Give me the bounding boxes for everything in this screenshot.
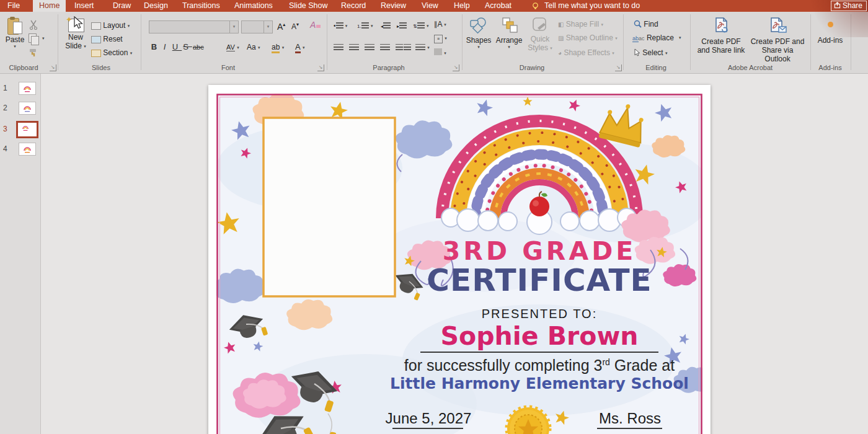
certificate-body-text[interactable]: for successfully completing 3rd Grade at — [353, 356, 725, 374]
clipboard-launcher[interactable]: ↘ — [50, 64, 56, 71]
add-ins-group-label: Add-ins — [793, 64, 867, 72]
pdf-outlook-icon — [768, 17, 787, 35]
font-launcher[interactable]: ↘ — [317, 64, 324, 71]
tab-review[interactable]: Review — [374, 0, 412, 12]
quick-styles-label2: Styles ▾ — [526, 43, 554, 52]
increase-indent-button[interactable]: ▸ — [397, 20, 407, 30]
columns-button[interactable] — [396, 42, 411, 52]
tab-help[interactable]: Help — [448, 0, 476, 12]
section-button[interactable]: Section ▾ — [91, 48, 132, 58]
bullets-button[interactable]: • ▾ — [334, 20, 347, 30]
slide-thumbnail-4[interactable] — [19, 143, 36, 156]
text-direction-button[interactable]: ∥A ▾ — [434, 19, 446, 29]
slide-thumbnail-3-selected[interactable] — [16, 121, 38, 138]
slide-thumbnail-panel: 1 2 3 4 — [0, 74, 41, 434]
school-name-text[interactable]: Little Harmony Elementary School — [353, 374, 725, 392]
slide-page[interactable]: 3RD GRADE CERTIFICATE PRESENTED TO: Soph… — [208, 85, 711, 434]
create-pdf-share-link-label1: Create PDF — [694, 37, 748, 46]
add-ins-icon — [828, 22, 833, 27]
add-remove-columns-button[interactable]: ▾ — [415, 42, 430, 52]
align-center-button[interactable] — [349, 42, 359, 52]
shape-outline-button[interactable]: ▨ Shape Outline ▾ — [558, 33, 618, 43]
replace-dropdown[interactable]: ▾ — [679, 35, 681, 40]
justify-button[interactable] — [380, 42, 390, 52]
italic-button[interactable]: I — [161, 42, 172, 52]
tab-acrobat[interactable]: Acrobat — [479, 0, 518, 12]
teacher-name-text[interactable]: Ms. Ross — [580, 410, 680, 427]
find-icon — [634, 20, 642, 28]
quick-styles-button[interactable]: Quick Styles ▾ — [526, 17, 554, 52]
certificate-title-line2[interactable]: CERTIFICATE — [394, 262, 685, 298]
paste-icon — [7, 17, 22, 35]
ribbon: Paste ▾ ▾ Clipboard ↘ ✦ New Slide ▾ — [0, 12, 868, 74]
tab-design[interactable]: Design — [138, 0, 174, 12]
underline-button[interactable]: U — [172, 42, 182, 52]
text-highlight-button[interactable]: ab ▾ — [272, 42, 284, 52]
char-spacing-button[interactable]: AV ▾ — [226, 42, 239, 52]
tab-draw[interactable]: Draw — [107, 0, 137, 12]
bold-button[interactable]: B — [151, 42, 161, 52]
shapes-button[interactable]: Shapes ▾ — [465, 17, 492, 50]
line-spacing-button[interactable]: ⇅ ▾ — [413, 20, 429, 30]
font-color-button[interactable]: A ▾ — [295, 42, 305, 52]
change-case-button[interactable]: Aa ▾ — [247, 42, 260, 52]
shrink-font-button[interactable]: A▾ — [291, 20, 299, 30]
tab-slide-show[interactable]: Slide Show — [283, 0, 334, 12]
create-pdf-share-link-button[interactable]: Create PDF and Share link — [694, 17, 748, 55]
shape-effects-button[interactable]: ◕ Shape Effects ▾ — [558, 48, 614, 58]
date-text[interactable]: June 5, 2027 — [379, 410, 478, 427]
align-text-button[interactable]: ≡ ▾ — [434, 33, 447, 43]
arrange-icon — [500, 17, 518, 34]
font-name-combo[interactable]: ▾ — [149, 20, 239, 33]
tab-home[interactable]: Home — [33, 0, 66, 12]
smartart-convert-button[interactable]: ▾ — [434, 48, 446, 58]
decrease-indent-button[interactable]: ◂ — [381, 20, 391, 30]
tab-insert[interactable]: Insert — [68, 0, 100, 12]
paste-dropdown[interactable]: ▾ — [2, 44, 27, 49]
format-painter-icon[interactable] — [29, 48, 38, 58]
paste-button[interactable]: Paste ▾ — [2, 17, 27, 49]
tab-transitions[interactable]: Transitions — [176, 0, 226, 12]
tab-view[interactable]: View — [415, 0, 445, 12]
shape-fill-button[interactable]: ◧ Shape Fill ▾ — [558, 19, 603, 29]
paragraph-launcher[interactable]: ↘ — [453, 64, 459, 71]
shadow-button[interactable]: S — [182, 42, 193, 52]
reset-button[interactable]: Reset — [91, 34, 123, 44]
font-size-combo[interactable]: ▾ — [241, 20, 273, 33]
select-button[interactable]: Select ▾ — [634, 48, 668, 58]
tab-animations[interactable]: Animations — [228, 0, 279, 12]
slide-number-3: 3 — [3, 125, 7, 133]
quick-styles-icon — [531, 17, 549, 33]
name-underline — [420, 352, 658, 353]
certificate-title-line1[interactable]: 3RD GRADE — [394, 236, 685, 266]
find-button[interactable]: Find — [634, 19, 658, 29]
photo-placeholder[interactable] — [264, 118, 395, 296]
arrange-label: Arrange — [494, 36, 525, 45]
add-ins-button[interactable]: Add-ins — [816, 17, 844, 45]
tab-file[interactable]: File — [1, 0, 26, 12]
numbering-button[interactable]: 1. ▾ — [357, 20, 373, 30]
paste-label: Paste — [2, 35, 27, 44]
clear-formatting-button[interactable]: A — [310, 20, 321, 30]
replace-button[interactable]: abac Replace — [632, 33, 674, 43]
align-left-button[interactable] — [334, 42, 343, 52]
layout-button[interactable]: Layout ▾ — [91, 20, 130, 30]
share-button[interactable]: Share — [831, 1, 867, 11]
share-icon — [834, 2, 841, 9]
create-pdf-outlook-label1: Create PDF and — [749, 37, 806, 46]
presented-to-label[interactable]: PRESENTED TO: — [446, 307, 632, 321]
arrange-button[interactable]: Arrange ▾ — [494, 17, 525, 50]
slide-number-2: 2 — [3, 104, 7, 112]
slide-thumbnail-1[interactable] — [19, 82, 36, 95]
cut-icon[interactable] — [29, 20, 38, 30]
tell-me-box[interactable]: Tell me what you want to do — [544, 0, 640, 12]
select-icon — [634, 48, 640, 56]
slide-thumbnail-2[interactable] — [19, 102, 36, 115]
paragraph-group-label: Paragraph — [352, 64, 426, 72]
tab-record[interactable]: Record — [335, 0, 372, 12]
strikethrough-button[interactable]: abc — [193, 42, 204, 52]
student-name-text[interactable]: Sophie Brown — [394, 321, 685, 351]
align-right-button[interactable] — [365, 42, 374, 52]
create-pdf-outlook-button[interactable]: Create PDF and Share via Outlook — [749, 17, 806, 63]
grow-font-button[interactable]: A▴ — [277, 20, 285, 30]
